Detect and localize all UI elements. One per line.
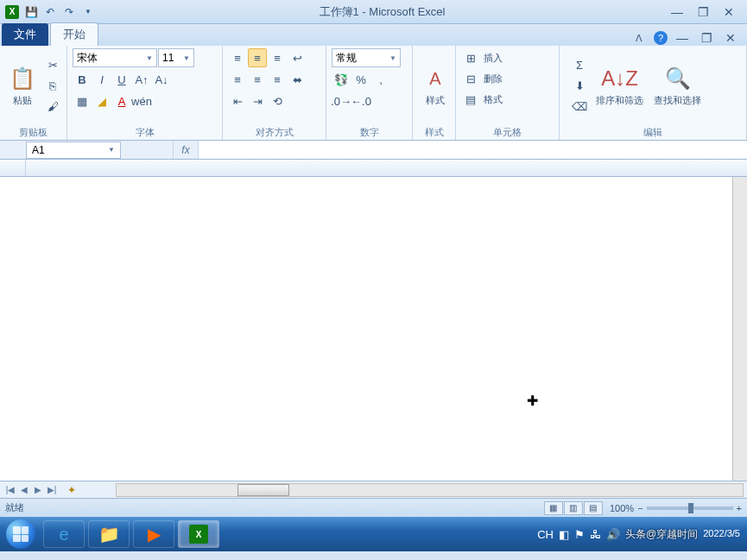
close-button[interactable]: ✕ — [719, 4, 738, 20]
align-right-button[interactable]: ≡ — [268, 70, 287, 89]
help-icon[interactable]: ? — [654, 31, 668, 45]
insert-cells-button[interactable]: ⊞插入 — [461, 48, 554, 67]
taskbar-clock[interactable]: 2022/3/5 — [703, 528, 740, 539]
ribbon: 📋 粘贴 ✂ ⎘ 🖌 剪贴板 宋体▼ 11▼ B I U A↑ A↓ — [0, 46, 747, 141]
windows-taskbar: e 📁 ▶ X CH ◧ ⚑ 🖧 🔊 头条@穿越时间 2022/3/5 — [0, 517, 747, 551]
ribbon-minimize-icon[interactable]: ᐱ — [630, 30, 649, 46]
ie-taskbar-button[interactable]: e — [43, 520, 85, 548]
italic-button[interactable]: I — [92, 70, 111, 89]
cells-label: 单元格 — [456, 126, 559, 140]
increase-indent-button[interactable]: ⇥ — [248, 91, 267, 110]
font-size-combo[interactable]: 11▼ — [158, 48, 194, 67]
shrink-font-button[interactable]: A↓ — [152, 70, 171, 89]
horizontal-scrollbar[interactable] — [116, 483, 744, 497]
phonetic-button[interactable]: wén — [132, 91, 151, 110]
align-bottom-button[interactable]: ≡ — [268, 48, 287, 67]
name-box[interactable]: A1▼ — [26, 142, 121, 159]
zoom-level[interactable]: 100% — [610, 503, 634, 513]
scroll-thumb[interactable] — [237, 484, 289, 496]
delete-icon: ⊟ — [461, 69, 480, 88]
find-select-button[interactable]: 🔍 查找和选择 — [650, 63, 705, 109]
redo-button[interactable]: ↷ — [60, 3, 78, 21]
excel-taskbar-button[interactable]: X — [178, 520, 219, 548]
sheet-first-button[interactable]: |◀ — [3, 485, 17, 494]
page-layout-view-button[interactable]: ▥ — [564, 501, 583, 515]
paste-icon: 📋 — [9, 65, 36, 92]
zoom-in-button[interactable]: + — [737, 503, 742, 513]
select-all-button[interactable] — [0, 160, 26, 176]
doc-close-button[interactable]: ✕ — [721, 30, 740, 46]
comma-button[interactable]: , — [371, 70, 390, 89]
page-break-view-button[interactable]: ▤ — [584, 501, 603, 515]
minimize-button[interactable]: ― — [668, 4, 687, 20]
sheet-tab-bar: |◀ ◀ ▶ ▶| ✦ — [0, 481, 747, 498]
accounting-button[interactable]: 💱 — [332, 70, 351, 89]
clear-button2[interactable]: ⌫ — [570, 98, 589, 116]
sheet-last-button[interactable]: ▶| — [45, 485, 59, 494]
align-middle-button[interactable]: ≡ — [248, 48, 267, 67]
zoom-out-button[interactable]: − — [637, 503, 643, 513]
underline-button[interactable]: U — [112, 70, 131, 89]
normal-view-button[interactable]: ▦ — [544, 501, 563, 515]
clipboard-label: 剪贴板 — [0, 126, 66, 140]
zoom-slider[interactable] — [647, 507, 733, 510]
font-label: 字体 — [67, 126, 222, 140]
sheet-prev-button[interactable]: ◀ — [17, 485, 31, 494]
restore-button[interactable]: ❐ — [693, 4, 712, 20]
explorer-taskbar-button[interactable]: 📁 — [88, 520, 130, 548]
ribbon-tab-0[interactable]: 开始 — [50, 22, 98, 46]
start-button[interactable] — [0, 517, 41, 551]
wrap-text-button[interactable]: ↩ — [288, 48, 307, 67]
fill-button2[interactable]: ⬇ — [570, 77, 589, 96]
find-icon: 🔍 — [664, 65, 692, 92]
cut-button[interactable]: ✂ — [43, 56, 62, 75]
excel-icon[interactable]: X — [3, 3, 21, 21]
doc-restore-button[interactable]: ❐ — [697, 30, 716, 46]
format-painter-button[interactable]: 🖌 — [43, 98, 62, 116]
status-text: 就绪 — [5, 501, 24, 514]
formula-input[interactable] — [199, 141, 747, 159]
increase-decimal-button[interactable]: .0→ — [332, 91, 351, 110]
font-name-combo[interactable]: 宋体▼ — [73, 48, 157, 67]
sort-filter-button[interactable]: A↓Z 排序和筛选 — [592, 63, 647, 109]
orientation-button[interactable]: ⟲ — [268, 91, 287, 110]
sheet-next-button[interactable]: ▶ — [31, 485, 45, 494]
file-tab[interactable]: 文件 — [2, 23, 48, 46]
paste-button[interactable]: 📋 粘贴 — [5, 63, 40, 109]
vertical-scrollbar[interactable] — [732, 177, 747, 481]
styles-button[interactable]: A 样式 — [418, 63, 453, 109]
undo-button[interactable]: ↶ — [41, 3, 59, 21]
align-top-button[interactable]: ≡ — [228, 48, 247, 67]
wmp-taskbar-button[interactable]: ▶ — [133, 520, 174, 548]
editing-label: 编辑 — [560, 126, 746, 140]
copy-button[interactable]: ⎘ — [43, 77, 62, 96]
qat-customize[interactable]: ▼ — [79, 3, 97, 21]
save-button[interactable]: 💾 — [22, 3, 40, 21]
align-center-button[interactable]: ≡ — [248, 70, 267, 89]
action-center-icon[interactable]: ⚑ — [574, 528, 585, 541]
fx-button[interactable]: fx — [173, 141, 199, 159]
styles-icon: A — [421, 65, 449, 92]
new-sheet-button[interactable]: ✦ — [62, 484, 81, 496]
autosum-button2[interactable]: Σ — [570, 56, 589, 75]
network-icon[interactable]: 🖧 — [590, 528, 601, 541]
watermark-text: 头条@穿越时间 — [625, 527, 698, 542]
borders-button[interactable]: ▦ — [73, 91, 92, 110]
ime-indicator[interactable]: CH — [537, 528, 554, 541]
grow-font-button[interactable]: A↑ — [132, 70, 151, 89]
number-format-combo[interactable]: 常规▼ — [332, 48, 401, 67]
format-cells-button[interactable]: ▤格式 — [461, 90, 554, 109]
merge-button[interactable]: ⬌ — [288, 70, 307, 89]
status-bar: 就绪 ▦ ▥ ▤ 100% − + — [0, 498, 747, 517]
tray-icon[interactable]: ◧ — [559, 528, 569, 541]
bold-button[interactable]: B — [73, 70, 92, 89]
doc-minimize-button[interactable]: ― — [673, 30, 692, 46]
decrease-decimal-button[interactable]: ←.0 — [351, 91, 370, 110]
fill-color-button[interactable]: ◢ — [92, 91, 111, 110]
align-left-button[interactable]: ≡ — [228, 70, 247, 89]
delete-cells-button[interactable]: ⊟删除 — [461, 69, 554, 88]
volume-icon[interactable]: 🔊 — [606, 528, 620, 541]
font-color-button[interactable]: A — [112, 91, 131, 110]
decrease-indent-button[interactable]: ⇤ — [228, 91, 247, 110]
percent-button[interactable]: % — [351, 70, 370, 89]
